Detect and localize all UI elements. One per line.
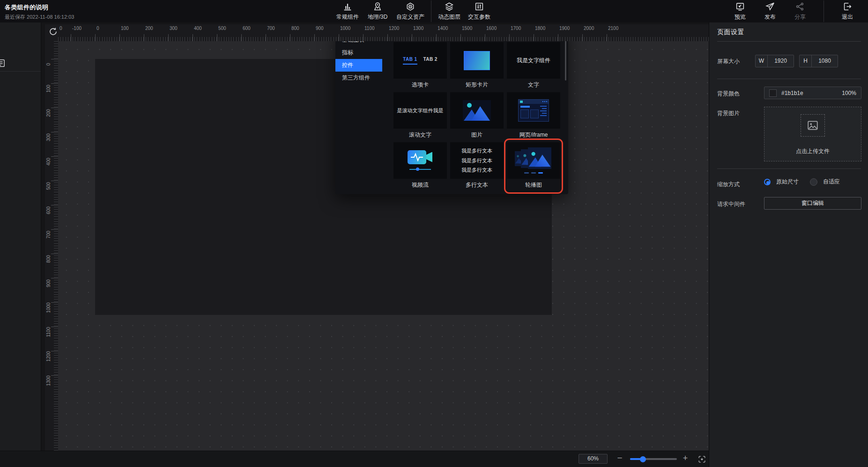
h-ruler-label: 1600 xyxy=(486,26,497,31)
carousel-stack xyxy=(515,147,552,169)
h-ruler-label: 700 xyxy=(267,26,275,31)
dot xyxy=(542,101,543,102)
scale-option-original[interactable]: 原始尺寸 xyxy=(776,178,799,186)
component-tile-4[interactable]: 是滚动文字组件我是滚动文字 xyxy=(393,92,447,140)
v-ruler-tick xyxy=(51,83,58,84)
progress-track xyxy=(409,169,431,170)
window-edit-button[interactable]: 窗口编辑 xyxy=(764,197,861,210)
scale-option-adaptive[interactable]: 自适应 xyxy=(823,178,840,186)
v-ruler-label: 600 xyxy=(46,200,51,221)
h-ruler-label: 1700 xyxy=(511,26,521,31)
component-toolbar: 常规组件地理/3D自定义资产动态图层交互参数 xyxy=(333,0,494,22)
action-1[interactable]: 预览 xyxy=(731,1,749,21)
toolbar-item-3[interactable]: 自定义资产 xyxy=(393,1,428,21)
h-ruler-label: 1100 xyxy=(364,26,375,31)
h-ruler-tick xyxy=(290,34,290,41)
toolbar-item-4[interactable]: 动态图层 xyxy=(434,1,464,21)
pagination-dash xyxy=(524,172,529,174)
zoom-level-input[interactable]: 60% xyxy=(579,454,608,464)
layer-list-icon[interactable] xyxy=(0,58,6,68)
dot xyxy=(544,101,545,102)
bg-image-upload[interactable]: 点击上传文件 xyxy=(764,107,861,161)
left-panel-collapsed[interactable] xyxy=(0,22,41,451)
camera-body xyxy=(408,150,426,164)
video-camera-icon xyxy=(408,150,433,164)
action-3[interactable]: 分享 xyxy=(791,1,809,21)
tab2-label: TAB 2 xyxy=(423,57,438,65)
v-ruler-label: 1100 xyxy=(46,322,51,343)
radio-unselected-icon[interactable] xyxy=(810,178,817,186)
component-tile-6[interactable]: 网页/iframe xyxy=(507,92,560,140)
action-label: 发布 xyxy=(761,13,779,21)
height-input[interactable]: H 1080 xyxy=(799,55,838,67)
zoom-in-button[interactable]: + xyxy=(680,453,690,463)
zoom-out-button[interactable]: − xyxy=(615,453,625,463)
h-ruler-label: 1800 xyxy=(535,26,545,31)
width-value[interactable]: 1920 xyxy=(768,55,794,67)
category-item-3[interactable]: 控件 xyxy=(335,59,382,72)
h-ruler-label: 1500 xyxy=(462,26,472,31)
v-ruler-tick xyxy=(51,375,58,376)
v-ruler-tick xyxy=(51,229,58,230)
settings-title: 页面设置 xyxy=(717,28,744,36)
h-ruler-label: 100 xyxy=(121,26,129,31)
component-thumbnail: 是滚动文字组件我是 xyxy=(393,92,447,129)
category-item-4[interactable]: 第三方组件 xyxy=(335,72,382,84)
h-ruler-tick xyxy=(363,34,364,41)
component-tile-8[interactable]: 我是多行文本我是多行文本我是多行文本多行文本 xyxy=(450,142,504,190)
refresh-icon[interactable] xyxy=(48,27,58,36)
settings-panel: 页面设置 屏幕大小 W 1920 H 1080 背景颜色 #1b1b1e 100… xyxy=(709,22,868,467)
h-ruler-label: 1900 xyxy=(559,26,570,31)
iframe-header-dots xyxy=(542,101,547,102)
component-tile-9-highlighted[interactable]: 轮播图 xyxy=(505,140,562,192)
action-2[interactable]: 发布 xyxy=(761,1,779,21)
component-thumbnail xyxy=(393,142,447,179)
width-input[interactable]: W 1920 xyxy=(755,55,794,67)
v-ruler-label: 800 xyxy=(46,249,51,270)
radio-selected-icon[interactable] xyxy=(764,179,771,185)
toolbar-item-label: 常规组件 xyxy=(336,13,359,21)
toolbar-item-label: 地理/3D xyxy=(366,13,389,21)
component-label: 矩形卡片 xyxy=(466,79,488,90)
zoom-slider-thumb[interactable] xyxy=(640,456,646,462)
v-ruler-tick xyxy=(51,108,58,108)
component-tile-1[interactable]: TAB 1TAB 2选项卡 xyxy=(393,42,447,90)
fit-to-screen-icon[interactable] xyxy=(697,455,706,464)
v-ruler-tick xyxy=(51,132,58,132)
bg-color-opacity[interactable]: 100% xyxy=(842,90,856,96)
component-tile-7[interactable]: 视频流 xyxy=(393,142,447,190)
height-value[interactable]: 1080 xyxy=(812,55,838,67)
h-ruler-tick xyxy=(144,34,144,41)
divider xyxy=(717,79,861,79)
toolbar-item-2[interactable]: 地理/3D xyxy=(363,1,393,21)
h-ruler-label: 2000 xyxy=(584,26,594,31)
h-ruler-tick xyxy=(460,34,461,41)
v-ruler-tick xyxy=(51,59,58,59)
zoom-slider[interactable] xyxy=(630,458,677,460)
component-tile-3[interactable]: 我是文字组件文字 xyxy=(507,42,560,90)
last-saved-text: 最近保存 2022-11-08 16:12:03 xyxy=(5,14,74,21)
tab1-label: TAB 1 xyxy=(403,57,417,65)
color-swatch[interactable] xyxy=(769,89,777,97)
tabs-thumb: TAB 1TAB 2 xyxy=(403,57,437,65)
bg-color-input[interactable]: #1b1b1e 100% xyxy=(764,87,861,99)
component-tile-5[interactable]: 图片 xyxy=(450,92,504,140)
progress-dot xyxy=(416,168,419,171)
action-label: 退出 xyxy=(838,13,857,21)
component-label: 选项卡 xyxy=(412,79,429,90)
bg-color-value[interactable]: #1b1b1e xyxy=(781,90,842,96)
h-ruler-tick xyxy=(193,34,193,41)
category-item-2[interactable]: 指标 xyxy=(335,46,382,59)
h-ruler-tick xyxy=(339,34,339,41)
component-label: 网页/iframe xyxy=(519,129,548,140)
v-ruler-tick xyxy=(51,278,58,278)
component-tile-2[interactable]: 矩形卡片 xyxy=(450,42,504,90)
toolbar-item-1[interactable]: 常规组件 xyxy=(333,1,363,21)
v-ruler-tick xyxy=(51,351,58,351)
h-ruler-tick xyxy=(412,34,412,41)
h-ruler-tick xyxy=(485,34,485,41)
iframe-box xyxy=(530,109,539,118)
toolbar-item-5[interactable]: 交互参数 xyxy=(464,1,494,21)
divider xyxy=(717,168,861,169)
action-4[interactable]: 退出 xyxy=(838,1,857,21)
